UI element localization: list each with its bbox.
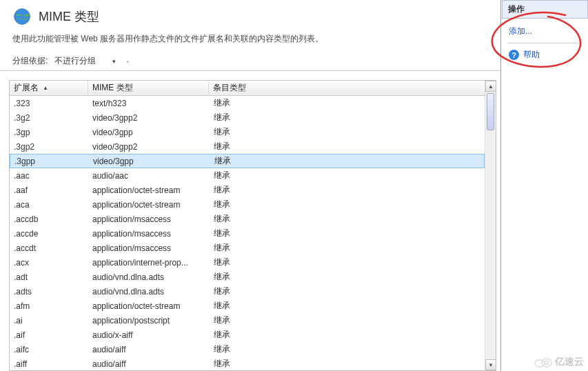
table-row[interactable]: .aifcaudio/aiff继承 [10, 342, 485, 357]
cell-entry-type: 继承 [210, 242, 485, 254]
cell-extension: .adt [10, 272, 88, 282]
cell-extension: .323 [10, 99, 88, 108]
scroll-up-button[interactable]: ▲ [485, 81, 496, 92]
scroll-thumb[interactable] [487, 93, 494, 130]
table-row[interactable]: .3gppvideo/3gpp继承 [10, 154, 485, 168]
grouping-select[interactable]: 不进行分组 ▾ [52, 54, 119, 68]
table-row[interactable]: .afmapplication/octet-stream继承 [10, 299, 485, 313]
globe-icon [12, 7, 32, 26]
cell-mime-type: application/octet-stream [88, 301, 210, 311]
cell-entry-type: 继承 [210, 285, 485, 297]
svg-point-3 [542, 359, 551, 367]
cell-extension: .3gp [10, 128, 88, 137]
cell-entry-type: 继承 [210, 300, 485, 312]
cell-extension: .accdb [10, 214, 88, 224]
cell-entry-type: 继承 [210, 141, 485, 152]
page-title: MIME 类型 [39, 8, 99, 25]
actions-panel: 操作 添加... ? 帮助 [502, 0, 588, 371]
sort-asc-icon: ▲ [43, 85, 48, 91]
cell-entry-type: 继承 [210, 329, 485, 341]
add-action[interactable]: 添加... [506, 23, 584, 40]
cell-entry-type: 继承 [210, 257, 485, 268]
cell-mime-type: audio/x-aiff [88, 330, 210, 340]
table-body: .323text/h323继承.3g2video/3gpp2继承.3gpvide… [10, 96, 485, 370]
grouping-bar: 分组依据: 不进行分组 ▾ - [0, 52, 500, 71]
cell-mime-type: application/msaccess [88, 243, 210, 253]
table-scroll-area: 扩展名 ▲ MIME 类型 条目类型 .323text/h323继承.3g2vi… [10, 81, 485, 370]
mime-table: 扩展名 ▲ MIME 类型 条目类型 .323text/h323继承.3g2vi… [9, 80, 496, 371]
table-row[interactable]: .accdeapplication/msaccess继承 [10, 226, 485, 241]
cell-mime-type: video/3gpp [89, 157, 210, 166]
table-row[interactable]: .aafapplication/octet-stream继承 [10, 183, 485, 197]
table-row[interactable]: .accdbapplication/msaccess继承 [10, 212, 485, 226]
cell-extension: .aif [10, 330, 88, 340]
table-row[interactable]: .acxapplication/internet-prop...继承 [10, 255, 485, 270]
cell-entry-type: 继承 [210, 213, 485, 225]
cell-extension: .aac [10, 171, 88, 181]
cell-entry-type: 继承 [210, 358, 485, 370]
actions-body: 添加... ? 帮助 [502, 19, 588, 68]
grouping-label: 分组依据: [12, 55, 48, 67]
cell-mime-type: audio/aac [88, 171, 210, 181]
help-action[interactable]: ? 帮助 [506, 46, 584, 63]
cell-mime-type: application/msaccess [88, 214, 210, 224]
cell-entry-type: 继承 [210, 271, 485, 283]
cell-mime-type: audio/vnd.dlna.adts [88, 272, 210, 282]
table-row[interactable]: .323text/h323继承 [10, 96, 485, 110]
cell-entry-type: 继承 [210, 184, 485, 196]
vertical-scrollbar[interactable]: ▲ ▼ [485, 81, 496, 370]
cell-extension: .accde [10, 229, 88, 239]
col-entry-type[interactable]: 条目类型 [209, 81, 485, 95]
cell-mime-type: application/octet-stream [88, 186, 210, 195]
table-row[interactable]: .adtaudio/vnd.dlna.adts继承 [10, 270, 485, 284]
chevron-down-icon: ▾ [112, 58, 116, 65]
cell-extension: .aaf [10, 186, 88, 195]
table-row[interactable]: .3g2video/3gpp2继承 [10, 110, 485, 125]
cell-extension: .accdt [10, 243, 88, 253]
cell-extension: .afm [10, 301, 88, 311]
table-row[interactable]: .adtsaudio/vnd.dlna.adts继承 [10, 284, 485, 299]
cell-entry-type: 继承 [210, 126, 485, 138]
cell-extension: .3gpp [10, 157, 89, 166]
cell-entry-type: 继承 [210, 155, 484, 167]
cell-extension: .aiff [10, 359, 88, 369]
cell-entry-type: 继承 [210, 112, 485, 123]
cell-mime-type: audio/vnd.dlna.adts [88, 287, 210, 297]
cell-mime-type: audio/aiff [88, 345, 210, 354]
cell-mime-type: application/internet-prop... [88, 258, 210, 268]
cell-extension: .3g2 [10, 113, 88, 123]
cell-entry-type: 继承 [210, 343, 485, 355]
cell-entry-type: 继承 [210, 314, 485, 326]
table-row[interactable]: .accdtapplication/msaccess继承 [10, 241, 485, 255]
grouping-value: 不进行分组 [54, 55, 96, 67]
table-row[interactable]: .3gp2video/3gpp2继承 [10, 139, 485, 154]
svg-point-4 [545, 361, 549, 365]
cell-entry-type: 继承 [210, 228, 485, 239]
help-icon: ? [509, 50, 519, 60]
cell-mime-type: audio/aiff [88, 359, 210, 369]
table-row[interactable]: .3gpvideo/3gpp继承 [10, 125, 485, 139]
cell-mime-type: video/3gpp2 [88, 113, 210, 123]
page-subtitle: 使用此功能管理被 Web 服务器用作静态文件的文件扩展名和关联的内容类型的列表。 [0, 29, 500, 52]
table-row[interactable]: .acaapplication/octet-stream继承 [10, 197, 485, 212]
page-header: MIME 类型 [0, 0, 500, 29]
col-mime-type[interactable]: MIME 类型 [88, 81, 209, 95]
cell-extension: .3gp2 [10, 142, 88, 152]
cell-mime-type: text/h323 [88, 99, 210, 108]
table-header: 扩展名 ▲ MIME 类型 条目类型 [10, 81, 485, 96]
table-row[interactable]: .aifaudio/x-aiff继承 [10, 328, 485, 342]
cell-extension: .acx [10, 258, 88, 268]
table-row[interactable]: .aacaudio/aac继承 [10, 168, 485, 183]
action-divider [507, 43, 582, 43]
cell-entry-type: 继承 [210, 199, 485, 210]
actions-header: 操作 [502, 0, 588, 19]
table-row[interactable]: .aiapplication/postscript继承 [10, 313, 485, 328]
scroll-down-button[interactable]: ▼ [485, 359, 496, 370]
col-extension[interactable]: 扩展名 ▲ [10, 81, 88, 95]
cell-extension: .adts [10, 287, 88, 297]
cell-entry-type: 继承 [210, 170, 485, 181]
cell-mime-type: video/3gpp [88, 128, 210, 137]
grouping-extra-button[interactable]: - [123, 57, 132, 66]
cell-mime-type: video/3gpp2 [88, 142, 210, 152]
table-row[interactable]: .aiffaudio/aiff继承 [10, 357, 485, 370]
